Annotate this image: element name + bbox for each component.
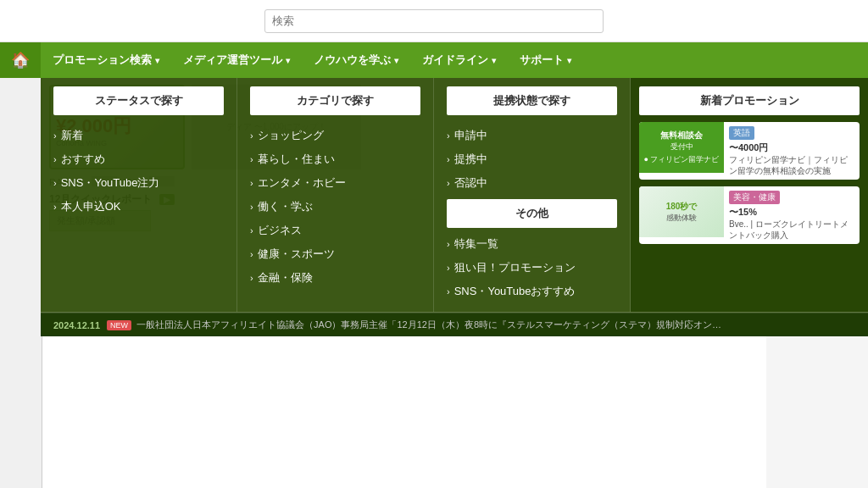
- chevron-right-icon: ›: [250, 130, 253, 141]
- menu-item-business[interactable]: › ビジネス: [250, 219, 420, 242]
- promo-price-2: 〜15%: [729, 206, 854, 219]
- category-search-header[interactable]: カテゴリで探す: [250, 86, 420, 115]
- chevron-right-icon: ›: [250, 225, 253, 236]
- chevron-right-icon: ›: [53, 130, 57, 141]
- menu-item-work-learn[interactable]: › 働く・学ぶ: [250, 195, 420, 219]
- partnership-search-header[interactable]: 提携状態で探す: [447, 86, 617, 115]
- promo-card-img-2: 180秒で 感動体験: [639, 186, 724, 237]
- nav-promotion-search[interactable]: プロモーション検索 ▾: [41, 42, 171, 78]
- menu-item-rejected[interactable]: › 否認中: [447, 171, 617, 195]
- promo-card-2[interactable]: 180秒で 感動体験 美容・健康 〜15% Bve.. | ローズクレイトリート…: [639, 186, 860, 244]
- chevron-right-icon: ›: [447, 178, 450, 188]
- menu-item-sns-recommend[interactable]: › SNS・YouTubeおすすめ: [447, 280, 617, 303]
- menu-item-health-sports[interactable]: › 健康・スポーツ: [250, 242, 420, 266]
- status-search-header[interactable]: ステータスで探す: [53, 86, 224, 115]
- chevron-right-icon: ›: [447, 263, 450, 273]
- main-content-area: 1/1まで 最大 ¥2,000円 ConoHa WING ディア 〜1,000に…: [0, 78, 868, 488]
- chevron-down-icon: ▾: [492, 56, 496, 65]
- nav-support[interactable]: サポート ▾: [508, 42, 583, 78]
- chevron-right-icon: ›: [250, 202, 253, 212]
- menu-item-finance[interactable]: › 金融・保険: [250, 266, 420, 290]
- chevron-right-icon: ›: [447, 130, 450, 141]
- news-date: 2024.12.11: [53, 320, 100, 330]
- news-text: 一般社団法人日本アフィリエイト協議会（JAO）事務局主催「12月12日（木）夜8…: [136, 319, 730, 331]
- menu-item-applied[interactable]: › 申請中: [447, 124, 617, 147]
- chevron-right-icon: ›: [447, 239, 450, 249]
- top-search-area: [0, 0, 868, 42]
- home-icon: 🏠: [11, 51, 30, 69]
- promo-card-img-1: 無料相談会 受付中 ● フィリピン留学ナビ: [639, 122, 724, 173]
- menu-item-new[interactable]: › 新着: [53, 124, 224, 147]
- search-input[interactable]: [264, 9, 604, 33]
- nav-guideline[interactable]: ガイドライン ▾: [410, 42, 508, 78]
- menu-item-sns-youtube[interactable]: › SNS・YouTube注力: [53, 171, 224, 195]
- chevron-down-icon: ▾: [155, 56, 159, 65]
- chevron-right-icon: ›: [447, 154, 450, 164]
- menu-item-entertainment[interactable]: › エンタメ・ホビー: [250, 171, 420, 195]
- sonota-button[interactable]: その他: [447, 199, 617, 228]
- menu-item-recommended[interactable]: › おすすめ: [53, 147, 224, 171]
- chevron-right-icon: ›: [250, 273, 253, 283]
- navigation-bar: 🏠 プロモーション検索 ▾ メディア運営ツール ▾ ノウハウを学ぶ ▾ ガイドラ…: [0, 42, 868, 78]
- promo-title-2: Bve.. | ローズクレイトリートメントバック購入: [729, 219, 854, 241]
- promo-title-1: フィリピン留学ナビ｜フィリピン留学の無料相談会の実施: [729, 154, 854, 176]
- chevron-down-icon: ▾: [567, 56, 571, 65]
- chevron-right-icon: ›: [53, 202, 57, 212]
- new-badge: NEW: [107, 320, 131, 330]
- mega-menu-status-col: ステータスで探す › 新着 › おすすめ › SNS・YouTube注力 › 本…: [41, 78, 237, 312]
- chevron-down-icon: ▾: [394, 56, 398, 65]
- promo-card-1[interactable]: 無料相談会 受付中 ● フィリピン留学ナビ 英語 〜4000円 フィリピン留学ナ…: [639, 122, 860, 180]
- menu-item-living[interactable]: › 暮らし・住まい: [250, 147, 420, 171]
- nav-knowhow[interactable]: ノウハウを学ぶ ▾: [302, 42, 410, 78]
- menu-item-target[interactable]: › 狙い目！プロモーション: [447, 256, 617, 280]
- home-button[interactable]: 🏠: [0, 42, 41, 78]
- menu-item-special[interactable]: › 特集一覧: [447, 232, 617, 256]
- chevron-right-icon: ›: [250, 178, 253, 188]
- menu-item-partnered[interactable]: › 提携中: [447, 147, 617, 171]
- promo-tag-1: 英語: [729, 126, 754, 140]
- promo-price-1: 〜4000円: [729, 141, 854, 154]
- mega-menu-bottom: 2024.12.11 NEW 一般社団法人日本アフィリエイト協議会（JAO）事務…: [41, 313, 868, 336]
- promo-tag-2: 美容・健康: [729, 191, 780, 204]
- menu-item-self-apply[interactable]: › 本人申込OK: [53, 195, 224, 219]
- nav-media-tools[interactable]: メディア運営ツール ▾: [171, 42, 302, 78]
- new-promo-header[interactable]: 新着プロモーション: [639, 86, 860, 115]
- mega-menu-partnership-col: 提携状態で探す › 申請中 › 提携中 › 否認中 その他 ›: [434, 78, 631, 312]
- mega-menu-category-col: カテゴリで探す › ショッピング › 暮らし・住まい › エンタメ・ホビー › …: [237, 78, 434, 312]
- chevron-right-icon: ›: [53, 154, 57, 164]
- menu-item-shopping[interactable]: › ショッピング: [250, 124, 420, 147]
- mega-menu-top-row: ステータスで探す › 新着 › おすすめ › SNS・YouTube注力 › 本…: [41, 78, 868, 313]
- chevron-right-icon: ›: [250, 249, 253, 259]
- chevron-down-icon: ▾: [286, 56, 290, 65]
- chevron-right-icon: ›: [447, 286, 450, 297]
- mega-menu: ステータスで探す › 新着 › おすすめ › SNS・YouTube注力 › 本…: [41, 78, 868, 336]
- mega-menu-new-promo-col: 新着プロモーション 無料相談会 受付中 ● フィリピン留学ナビ 英語 〜4000…: [631, 78, 868, 312]
- chevron-right-icon: ›: [250, 154, 253, 164]
- chevron-right-icon: ›: [53, 178, 57, 188]
